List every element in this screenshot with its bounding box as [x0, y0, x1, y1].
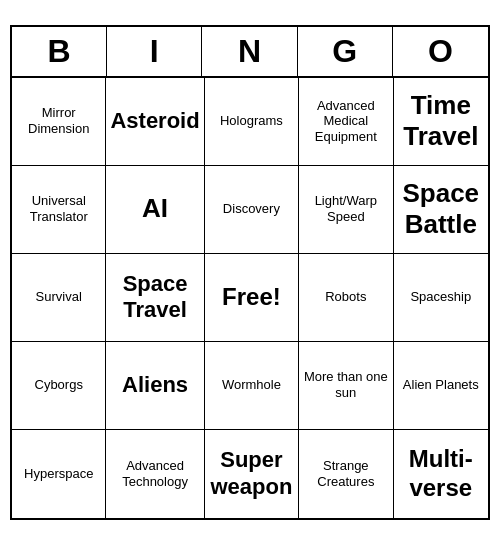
bingo-grid: Mirror DimensionAsteroidHologramsAdvance…	[12, 78, 488, 518]
bingo-cell: AI	[106, 166, 204, 254]
header-letter: G	[298, 27, 393, 76]
bingo-cell: Hyperspace	[12, 430, 106, 518]
bingo-cell: Advanced Technology	[106, 430, 204, 518]
bingo-cell: Time Travel	[394, 78, 488, 166]
bingo-card: BINGO Mirror DimensionAsteroidHologramsA…	[10, 25, 490, 520]
bingo-cell: Discovery	[205, 166, 299, 254]
bingo-cell: Holograms	[205, 78, 299, 166]
header-letter: O	[393, 27, 488, 76]
bingo-cell: Universal Translator	[12, 166, 106, 254]
header-letter: B	[12, 27, 107, 76]
bingo-cell: Strange Creatures	[299, 430, 393, 518]
bingo-cell: Space Travel	[106, 254, 204, 342]
bingo-cell: Cyborgs	[12, 342, 106, 430]
bingo-cell: Wormhole	[205, 342, 299, 430]
bingo-cell: Asteroid	[106, 78, 204, 166]
bingo-cell: Mirror Dimension	[12, 78, 106, 166]
header-letter: I	[107, 27, 202, 76]
bingo-cell: Space Battle	[394, 166, 488, 254]
bingo-cell: More than one sun	[299, 342, 393, 430]
bingo-cell: Alien Planets	[394, 342, 488, 430]
bingo-cell: Light/Warp Speed	[299, 166, 393, 254]
bingo-cell: Free!	[205, 254, 299, 342]
bingo-cell: Robots	[299, 254, 393, 342]
bingo-cell: Spaceship	[394, 254, 488, 342]
bingo-header: BINGO	[12, 27, 488, 78]
bingo-cell: Aliens	[106, 342, 204, 430]
header-letter: N	[202, 27, 297, 76]
bingo-cell: Advanced Medical Equipment	[299, 78, 393, 166]
bingo-cell: Survival	[12, 254, 106, 342]
bingo-cell: Multi-verse	[394, 430, 488, 518]
bingo-cell: Super weapon	[205, 430, 299, 518]
